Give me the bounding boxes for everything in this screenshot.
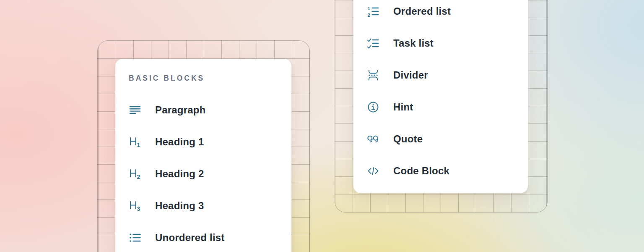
menu-item-label: Task list: [393, 37, 434, 49]
menu-item-label: Divider: [393, 69, 428, 81]
task-list-icon: [367, 37, 379, 50]
menu-item-heading-1[interactable]: 1 Heading 1: [129, 126, 291, 158]
menu-item-label: Ordered list: [393, 5, 451, 17]
basic-blocks-menu: BASIC BLOCKS Paragraph 1 Heading 1: [115, 59, 291, 252]
menu-item-divider[interactable]: Divider: [367, 59, 528, 91]
hint-icon: [367, 101, 379, 113]
menu-item-label: Quote: [393, 133, 423, 145]
menu-item-label: Code Block: [393, 165, 449, 177]
code-block-icon: [367, 165, 379, 177]
ordered-list-icon: 1 2: [367, 5, 379, 18]
menu-item-paragraph[interactable]: Paragraph: [129, 94, 291, 126]
unordered-list-icon: [129, 231, 141, 244]
menu-item-label: Heading 3: [155, 200, 204, 212]
menu-item-label: Unordered list: [155, 232, 225, 244]
paragraph-icon: [129, 104, 141, 116]
more-blocks-menu: 1 2 Ordered list Task list: [353, 0, 528, 193]
svg-text:3: 3: [137, 205, 140, 212]
menu-item-label: Heading 1: [155, 136, 204, 148]
quote-icon: [367, 133, 379, 145]
svg-text:1: 1: [368, 6, 371, 11]
menu-item-code-block[interactable]: Code Block: [367, 155, 528, 187]
divider-icon: [367, 69, 379, 81]
heading-2-icon: 2: [129, 168, 141, 180]
menu-item-heading-3[interactable]: 3 Heading 3: [129, 190, 291, 222]
menu-item-task-list[interactable]: Task list: [367, 27, 528, 59]
heading-1-icon: 1: [129, 136, 141, 148]
menu-section-title: BASIC BLOCKS: [129, 74, 291, 82]
menu-item-label: Heading 2: [155, 168, 204, 180]
heading-3-icon: 3: [129, 200, 141, 212]
menu-item-ordered-list[interactable]: 1 2 Ordered list: [367, 0, 528, 27]
menu-item-hint[interactable]: Hint: [367, 91, 528, 123]
svg-text:2: 2: [368, 13, 370, 18]
menu-item-quote[interactable]: Quote: [367, 123, 528, 155]
svg-text:2: 2: [137, 173, 140, 180]
editor-blocks-illustration: BASIC BLOCKS Paragraph 1 Heading 1: [0, 0, 644, 252]
menu-item-label: Paragraph: [155, 104, 206, 116]
menu-item-heading-2[interactable]: 2 Heading 2: [129, 158, 291, 190]
menu-item-unordered-list[interactable]: Unordered list: [129, 222, 291, 252]
svg-text:1: 1: [137, 142, 140, 148]
menu-item-label: Hint: [393, 101, 413, 113]
